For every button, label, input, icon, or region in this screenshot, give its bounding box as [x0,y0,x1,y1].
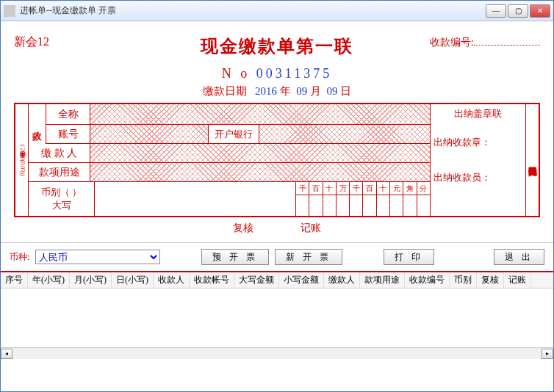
th-currency[interactable]: 币别 [450,272,477,288]
close-button[interactable]: ✕ [530,4,550,18]
th-year[interactable]: 年(小写) [28,272,70,288]
table-header: 序号 年(小写) 月(小写) 日(小写) 收款人 收款帐号 大写金额 小写金额 … [1,271,553,288]
digit-cell[interactable] [296,195,309,216]
payee-label: 收款人 [29,104,46,144]
minimize-button[interactable]: — [486,4,506,18]
day-value: 09 [327,85,338,97]
maximize-button[interactable]: ▢ [508,4,528,18]
th-payee[interactable]: 收款人 [154,272,190,288]
stamp-column: 出纳盖章联 出纳收款章： 出纳收款员： [430,104,525,216]
review-label: 复核 [233,222,253,233]
app-icon [4,5,15,17]
app-window: 进帐单--现金缴款单 开票 — ▢ ✕ 新会12 现金缴款单第一联 收款编号: … [0,0,554,392]
bank-field[interactable] [259,125,430,143]
digit-cell[interactable] [403,195,416,216]
date-label: 缴款日期 [203,85,247,97]
digit-cell[interactable] [337,195,349,216]
receipt-form: 新会12 现金缴款单第一联 收款编号: N o 00311375 缴款日期 20… [1,21,553,242]
scroll-left-icon[interactable]: ◂ [1,349,12,359]
digit-cell[interactable] [363,195,375,216]
year-value: 2016 [255,85,277,97]
digit-cell[interactable] [417,195,430,216]
th-receipt-no[interactable]: 收款编号 [405,272,450,288]
titlebar: 进帐单--现金缴款单 开票 — ▢ ✕ [1,1,553,21]
th-day[interactable]: 日(小写) [112,272,154,288]
digit-cell[interactable] [309,195,322,216]
month-value: 09 [296,85,307,97]
table-body [1,288,553,347]
exit-button[interactable]: 退 出 [494,249,544,265]
currency-section: 币别（ ） 大写 [29,182,95,216]
scroll-right-icon[interactable]: ▸ [542,349,553,359]
stamp-person: 出纳收款员： [434,171,522,184]
account-field[interactable] [90,125,208,143]
left-margin-note: (本甲卿 2010(0.03)) [15,104,29,216]
content-area: 新会12 现金缴款单第一联 收款编号: N o 00311375 缴款日期 20… [1,21,553,391]
digit-cell[interactable] [350,195,362,216]
full-name-field[interactable] [90,104,430,124]
serial-row: N o 00311375 [14,66,540,81]
digit-grid: 千 百 十 万 千 百 十 元 角 分 [296,182,430,216]
preview-button[interactable]: 预 开 票 [201,249,269,265]
date-row: 缴款日期 2016 年 09 月 09 日 [14,84,540,98]
receipt-number-label: 收款编号: [430,36,540,49]
payer-field[interactable] [90,144,430,162]
th-payer[interactable]: 缴款人 [324,272,360,288]
usage-label: 款项用途 [29,163,90,181]
digit-cell[interactable] [377,195,389,216]
horizontal-scrollbar[interactable]: ◂ ▸ [1,347,553,359]
big-write-field[interactable] [95,182,296,216]
full-name-label: 全称 [46,104,90,124]
digit-cell[interactable] [390,195,403,216]
th-bookkeep[interactable]: 记账 [504,272,531,288]
payer-label: 缴 款 人 [29,144,90,162]
th-month[interactable]: 月(小写) [70,272,112,288]
th-review[interactable]: 复核 [477,272,504,288]
serial-number: 00311375 [256,66,332,81]
th-account[interactable]: 收款帐号 [190,272,234,288]
footer-sign-line: 复核 记账 [14,222,540,235]
digit-cell[interactable] [323,195,336,216]
stamp-receive: 出纳收款章： [434,136,522,149]
th-small-amount[interactable]: 小写金额 [279,272,324,288]
stamp-title: 出纳盖章联 [434,107,522,121]
print-button[interactable]: 打 印 [384,249,434,265]
company-name: 新会12 [14,35,49,50]
right-margin-note: 此联由银行代现金收入传票 [525,104,539,216]
form-title: 现金缴款单第一联 [201,35,353,58]
receipt-number-blank [474,45,540,46]
bookkeep-label: 记账 [301,222,321,233]
th-big-amount[interactable]: 大写金额 [234,272,279,288]
new-button[interactable]: 新 开 票 [275,249,342,265]
th-usage[interactable]: 款项用途 [360,272,405,288]
usage-field[interactable] [90,163,430,181]
account-label: 账号 [46,125,90,143]
currency-type-label: 币种: [10,251,29,264]
toolbar: 币种: 人民币 预 开 票 新 开 票 打 印 退 出 [1,242,553,271]
main-grid: (本甲卿 2010(0.03)) 收款人 全称 账号 开户银行 [14,103,540,217]
th-seq[interactable]: 序号 [1,272,28,288]
window-title: 进帐单--现金缴款单 开票 [20,4,486,17]
serial-label: N o [222,66,251,81]
bank-label: 开户银行 [208,125,259,143]
currency-select[interactable]: 人民币 [35,250,160,264]
